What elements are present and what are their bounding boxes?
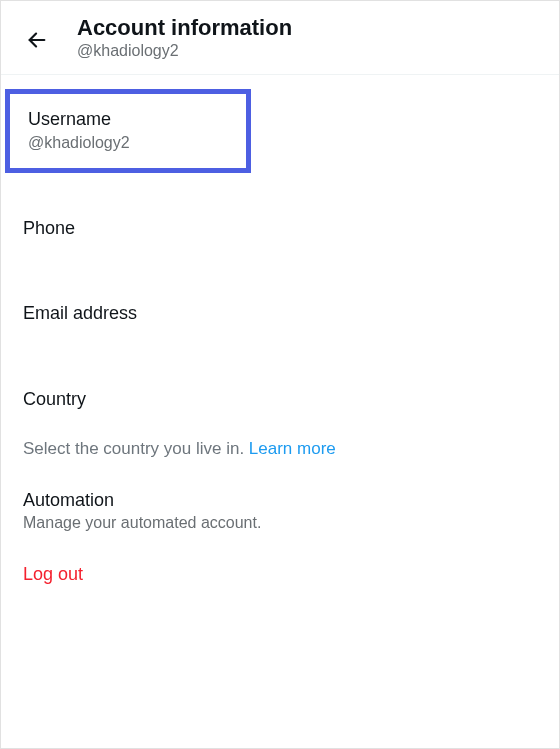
learn-more-link[interactable]: Learn more bbox=[249, 439, 336, 458]
email-label: Email address bbox=[23, 302, 537, 325]
automation-item[interactable]: Automation Manage your automated account… bbox=[1, 467, 559, 538]
content: Username @khadiology2 Phone Email addres… bbox=[1, 75, 559, 611]
automation-subtitle: Manage your automated account. bbox=[23, 514, 537, 532]
username-value: @khadiology2 bbox=[28, 134, 228, 152]
email-item[interactable]: Email address bbox=[1, 284, 559, 343]
username-item[interactable]: Username @khadiology2 bbox=[5, 89, 251, 172]
country-help-text: Select the country you live in. bbox=[23, 439, 249, 458]
country-item[interactable]: Country bbox=[1, 370, 559, 429]
logout-button[interactable]: Log out bbox=[1, 538, 559, 611]
page-subtitle: @khadiology2 bbox=[77, 42, 292, 60]
page-title: Account information bbox=[77, 15, 292, 41]
username-label: Username bbox=[28, 108, 228, 131]
phone-item[interactable]: Phone bbox=[1, 199, 559, 258]
country-help: Select the country you live in. Learn mo… bbox=[1, 429, 559, 467]
phone-label: Phone bbox=[23, 217, 537, 240]
back-arrow-icon[interactable] bbox=[25, 28, 49, 52]
header-text: Account information @khadiology2 bbox=[77, 15, 292, 60]
header: Account information @khadiology2 bbox=[1, 1, 559, 75]
automation-label: Automation bbox=[23, 489, 537, 512]
country-label: Country bbox=[23, 388, 537, 411]
